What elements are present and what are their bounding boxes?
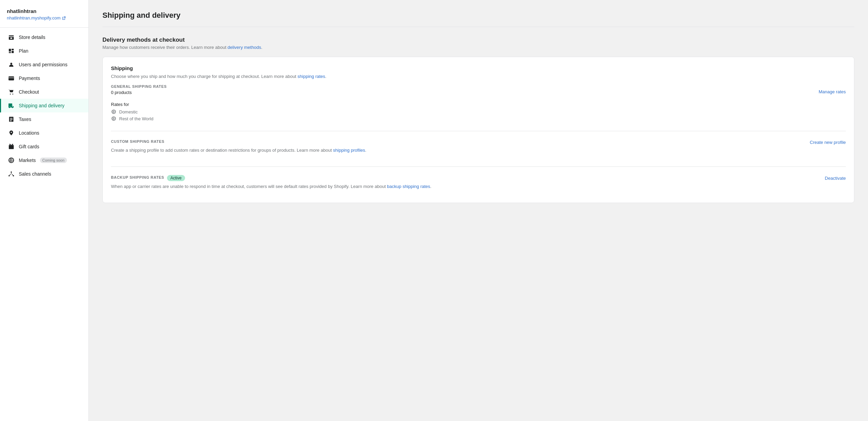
- domestic-rate-row: Domestic: [111, 109, 846, 114]
- sidebar: nhatlinhtran nhatlinhtran.myshopify.com …: [0, 0, 89, 421]
- world-label: Rest of the World: [119, 116, 153, 121]
- sidebar-item-taxes[interactable]: Taxes: [0, 112, 88, 126]
- svg-rect-7: [9, 79, 11, 80]
- page-title: Shipping and delivery: [102, 11, 854, 20]
- shipping-card: Shipping Choose where you ship and how m…: [102, 57, 854, 203]
- sidebar-item-locations[interactable]: Locations: [0, 126, 88, 140]
- section-title: Delivery methods at checkout: [102, 37, 854, 43]
- store-icon: [8, 34, 15, 41]
- general-rates-label-group: General Shipping Rates 0 products: [111, 84, 167, 99]
- sidebar-item-payments[interactable]: Payments: [0, 71, 88, 85]
- backup-title-row: Backup Shipping Rates Active: [111, 175, 185, 181]
- payments-icon: [8, 75, 15, 82]
- plan-icon: [8, 47, 15, 54]
- location-icon: [8, 130, 15, 136]
- shipping-desc: Choose where you ship and how much you c…: [111, 74, 846, 79]
- backup-rates-header: Backup Shipping Rates Active Deactivate: [111, 175, 846, 181]
- shipping-profiles-link2[interactable]: profiles: [351, 148, 365, 153]
- sidebar-item-markets-label: Markets: [19, 158, 36, 163]
- delivery-methods-section: Delivery methods at checkout Manage how …: [102, 37, 854, 203]
- svg-rect-1: [12, 49, 14, 51]
- backup-rates-desc: When app or carrier rates are unable to …: [111, 184, 846, 189]
- svg-rect-2: [12, 51, 14, 53]
- custom-rates-section: Custom Shipping Rates Create new profile…: [103, 131, 854, 166]
- sidebar-item-users-permissions[interactable]: Users and permissions: [0, 58, 88, 71]
- svg-point-13: [11, 172, 12, 173]
- sidebar-item-sales-channels[interactable]: Sales channels: [0, 167, 88, 181]
- manage-rates-link[interactable]: Manage rates: [819, 89, 846, 94]
- page-divider: [102, 27, 854, 27]
- svg-point-4: [10, 63, 12, 65]
- general-rates-count: 0 products: [111, 90, 167, 95]
- sidebar-item-shipping-delivery[interactable]: Shipping and delivery: [0, 99, 88, 112]
- sidebar-item-store-details-label: Store details: [19, 35, 45, 40]
- shipping-card-inner: Shipping Choose where you ship and how m…: [103, 57, 854, 131]
- svg-rect-5: [9, 77, 14, 81]
- svg-point-15: [13, 175, 14, 177]
- delivery-methods-link[interactable]: delivery methods: [227, 45, 261, 50]
- sidebar-item-checkout[interactable]: Checkout: [0, 85, 88, 99]
- shipping-title: Shipping: [111, 65, 846, 71]
- sidebar-item-plan[interactable]: Plan: [0, 44, 88, 58]
- domestic-label: Domestic: [119, 109, 138, 114]
- svg-rect-3: [9, 52, 11, 53]
- general-rates-header: General Shipping Rates 0 products Manage…: [111, 84, 846, 99]
- globe-nav-icon: [8, 157, 15, 164]
- sidebar-item-users-permissions-label: Users and permissions: [19, 62, 67, 67]
- sidebar-item-shipping-label: Shipping and delivery: [19, 103, 65, 108]
- shipping-rates-link[interactable]: shipping rates: [297, 74, 325, 79]
- deactivate-link[interactable]: Deactivate: [825, 176, 846, 181]
- custom-rates-desc: Create a shipping profile to add custom …: [111, 148, 846, 153]
- globe-domestic-icon: [111, 109, 116, 114]
- backup-rates-label: Backup Shipping Rates: [111, 175, 164, 179]
- globe-world-icon: [111, 116, 116, 121]
- rates-for-label: Rates for: [111, 102, 846, 107]
- taxes-icon: [8, 116, 15, 123]
- svg-rect-11: [9, 145, 14, 147]
- general-rates-label: General Shipping Rates: [111, 84, 167, 89]
- store-info: nhatlinhtran nhatlinhtran.myshopify.com: [0, 8, 88, 28]
- store-name: nhatlinhtran: [7, 8, 82, 14]
- backup-shipping-rates-link[interactable]: backup shipping rates: [387, 184, 430, 189]
- sidebar-item-gift-cards[interactable]: Gift cards: [0, 140, 88, 153]
- sidebar-item-gift-cards-label: Gift cards: [19, 144, 39, 149]
- world-rate-row: Rest of the World: [111, 116, 846, 121]
- main-content: Shipping and delivery Delivery methods a…: [89, 0, 868, 421]
- coming-soon-badge: Coming soon: [40, 158, 67, 163]
- general-shipping-rates-section: General Shipping Rates 0 products Manage…: [111, 84, 846, 121]
- section-subtitle: Manage how customers receive their order…: [102, 45, 854, 50]
- sidebar-item-taxes-label: Taxes: [19, 117, 31, 122]
- checkout-icon: [8, 89, 15, 95]
- create-new-profile-link[interactable]: Create new profile: [810, 140, 846, 145]
- custom-rates-header: Custom Shipping Rates Create new profile: [111, 139, 846, 145]
- active-badge: Active: [167, 175, 185, 181]
- sidebar-item-checkout-label: Checkout: [19, 89, 39, 95]
- sidebar-item-store-details[interactable]: Store details: [0, 30, 88, 44]
- sidebar-item-plan-label: Plan: [19, 48, 28, 54]
- gift-icon: [8, 143, 15, 150]
- custom-rates-label: Custom Shipping Rates: [111, 139, 164, 144]
- svg-rect-10: [9, 146, 14, 149]
- sidebar-item-markets[interactable]: Markets Coming soon: [0, 153, 88, 167]
- truck-icon: [8, 102, 15, 109]
- svg-rect-6: [9, 77, 14, 78]
- store-url[interactable]: nhatlinhtran.myshopify.com: [7, 15, 82, 21]
- external-link-icon: [62, 16, 66, 20]
- sidebar-item-locations-label: Locations: [19, 130, 39, 136]
- channels-icon: [8, 171, 15, 177]
- sidebar-item-sales-channels-label: Sales channels: [19, 171, 51, 177]
- nav-list: Store details Plan Users and permissions: [0, 28, 88, 184]
- svg-point-9: [12, 94, 13, 95]
- sidebar-item-payments-label: Payments: [19, 76, 40, 81]
- svg-rect-0: [9, 49, 11, 52]
- backup-rates-section: Backup Shipping Rates Active Deactivate …: [103, 167, 854, 203]
- svg-point-8: [10, 94, 11, 95]
- shipping-profiles-link1[interactable]: shipping: [333, 148, 349, 153]
- user-icon: [8, 61, 15, 68]
- svg-point-14: [9, 175, 10, 177]
